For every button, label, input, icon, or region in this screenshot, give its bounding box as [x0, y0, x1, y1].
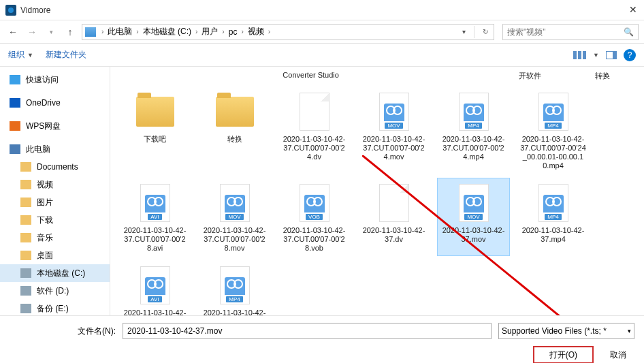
new-folder-button[interactable]: 新建文件夹 — [46, 49, 86, 61]
chevron-down-icon[interactable]: ▼ — [593, 52, 599, 59]
search-field[interactable] — [507, 27, 624, 37]
breadcrumb-item[interactable]: 此电脑 — [106, 26, 133, 37]
sidebar: 快速访问OneDriveWPS网盘此电脑Documents视频图片下载音乐桌面本… — [0, 67, 110, 315]
sidebar-item[interactable]: 本地磁盘 (C:) — [0, 264, 110, 282]
breadcrumb-item[interactable]: 视频 — [246, 26, 265, 37]
file-item[interactable]: MOV2020-11-03-10-42-37.CUT.00'07-00'28.m… — [198, 178, 271, 256]
sidebar-item[interactable]: 此电脑 — [0, 140, 110, 158]
file-item[interactable]: 2020-11-03-10-42-37.dv — [357, 178, 430, 256]
file-ext-badge: MP4 — [465, 123, 481, 129]
file-item[interactable]: 转换 — [198, 86, 271, 174]
sidebar-item[interactable]: 快速访问 — [0, 71, 110, 89]
open-button[interactable]: 打开(O) — [533, 346, 594, 363]
organize-button[interactable]: 组织▼ — [8, 49, 33, 61]
file-thumb: AVI — [133, 181, 177, 225]
recent-dd[interactable]: ▾ — [44, 25, 59, 40]
file-name: 2020-11-03-10-42-37.mp4 — [520, 226, 586, 244]
file-thumb: AVI — [133, 264, 177, 307]
view-layout-icon[interactable] — [573, 51, 586, 59]
file-pane[interactable]: Converter Studio 开软件 转换 下载吧转换2020-11-03-… — [110, 67, 644, 315]
video-icon: MP4 — [459, 93, 489, 131]
sidebar-item[interactable]: WPS网盘 — [0, 117, 110, 135]
file-item[interactable]: MP42020-11-03-10-42-3720201203134753.mp4 — [198, 260, 271, 315]
back-button[interactable]: ← — [5, 25, 20, 40]
video-icon: AVI — [140, 184, 170, 222]
chevron-right-icon[interactable]: › — [238, 28, 246, 35]
chevron-down-icon[interactable]: ▾ — [460, 28, 468, 35]
video-icon: AVI — [140, 266, 170, 304]
file-name: 下载吧 — [144, 135, 166, 144]
file-ext-badge: MOV — [225, 214, 243, 220]
breadcrumb-item[interactable]: pc — [227, 27, 239, 37]
file-thumb — [133, 90, 177, 133]
folder-icon — [20, 233, 31, 242]
video-icon: MP4 — [538, 93, 568, 131]
sidebar-item[interactable]: 桌面 — [0, 247, 110, 264]
file-name: 2020-11-03-10-42-37.CUT.00'07-00'24_00.0… — [520, 135, 586, 170]
chevron-right-icon[interactable]: › — [133, 28, 141, 35]
video-icon: MOV — [220, 184, 250, 222]
sidebar-item-label: 图片 — [37, 197, 53, 208]
sidebar-item[interactable]: 音乐 — [0, 229, 110, 247]
sidebar-item[interactable]: 下载 — [0, 211, 110, 229]
help-icon[interactable]: ? — [624, 49, 636, 61]
file-name: 转换 — [227, 135, 242, 144]
folder-icon — [10, 98, 20, 108]
sidebar-item[interactable]: OneDrive — [0, 94, 110, 112]
folder-icon — [20, 162, 31, 172]
file-ext-badge: MP4 — [226, 296, 242, 302]
file-thumb: MP4 — [213, 264, 257, 307]
filetype-select[interactable]: Supported Video Files (*.ts; * ▾ — [498, 323, 634, 339]
folder-icon — [10, 75, 20, 84]
cancel-button[interactable]: 取消 — [602, 346, 634, 363]
folder-icon — [216, 97, 254, 127]
file-item[interactable]: MP42020-11-03-10-42-37.CUT.00'07-00'24_0… — [517, 86, 590, 174]
file-item[interactable]: 2020-11-03-10-42-37.CUT.00'07-00'24.dv — [278, 86, 351, 174]
sidebar-item[interactable]: 图片 — [0, 193, 110, 211]
chevron-right-icon[interactable]: › — [265, 28, 273, 35]
file-name: 2020-11-03-10-42-37.mov — [440, 226, 506, 244]
sidebar-item[interactable]: 备份 (E:) — [0, 300, 110, 315]
video-icon: MP4 — [538, 184, 568, 222]
sidebar-item[interactable]: 软件 (D:) — [0, 282, 110, 300]
sidebar-item-label: 音乐 — [37, 232, 53, 244]
video-icon: MOV — [459, 184, 489, 222]
file-ext-badge: MP4 — [545, 214, 561, 220]
file-name: 2020-11-03-10-42-37.CUT.00'07-00'28.mov — [202, 226, 268, 253]
file-item[interactable]: MOV2020-11-03-10-42-37.mov — [437, 178, 510, 256]
file-item[interactable]: 下载吧 — [118, 86, 191, 174]
breadcrumb-item[interactable]: 用户 — [200, 26, 219, 37]
file-ext-badge: AVI — [148, 214, 161, 220]
close-icon[interactable]: ✕ — [629, 4, 637, 15]
file-ext-badge: VOB — [306, 214, 323, 220]
file-item[interactable]: VOB2020-11-03-10-42-37.CUT.00'07-00'28.v… — [278, 178, 351, 256]
file-item[interactable]: MOV2020-11-03-10-42-37.CUT.00'07-00'24.m… — [357, 86, 430, 174]
breadcrumb-item[interactable]: 本地磁盘 (C:) — [142, 26, 193, 37]
partial-label: 转换 — [570, 71, 636, 81]
sidebar-item-label: 快速访问 — [26, 74, 59, 86]
file-item[interactable]: MP42020-11-03-10-42-37.CUT.00'07-00'24.m… — [437, 86, 510, 174]
folder-icon — [10, 144, 20, 154]
file-thumb: MP4 — [532, 90, 575, 133]
search-input[interactable]: 🔍 — [502, 24, 639, 40]
window-title: Vidmore — [20, 5, 50, 15]
chevron-right-icon[interactable]: › — [219, 28, 227, 35]
file-item[interactable]: MP42020-11-03-10-42-37.mp4 — [517, 178, 590, 256]
file-thumb: MP4 — [452, 90, 496, 133]
filename-input[interactable] — [123, 323, 492, 339]
sidebar-item[interactable]: 视频 — [0, 176, 110, 193]
up-button[interactable]: ↑ — [63, 25, 78, 40]
chevron-right-icon[interactable]: › — [99, 28, 106, 35]
refresh-icon[interactable]: ↻ — [480, 28, 491, 35]
document-icon — [300, 93, 329, 131]
sidebar-item[interactable]: Documents — [0, 158, 110, 176]
file-name: 2020-11-03-10-42-37.CUT.00'07-00'24.dv — [281, 135, 347, 161]
breadcrumb[interactable]: › 此电脑›本地磁盘 (C:)›用户›pc›视频›▾↻ — [82, 24, 494, 40]
partial-label: 开软件 — [497, 71, 563, 81]
file-thumb — [372, 181, 416, 225]
chevron-right-icon[interactable]: › — [193, 28, 200, 35]
search-icon[interactable]: 🔍 — [624, 27, 634, 37]
preview-pane-icon[interactable] — [606, 51, 617, 59]
file-item[interactable]: AVI2020-11-03-10-42-37.CUT.00'07-00'28.a… — [118, 178, 191, 256]
file-item[interactable]: AVI2020-11-03-10-42-3720201203134753.avi — [118, 260, 191, 315]
